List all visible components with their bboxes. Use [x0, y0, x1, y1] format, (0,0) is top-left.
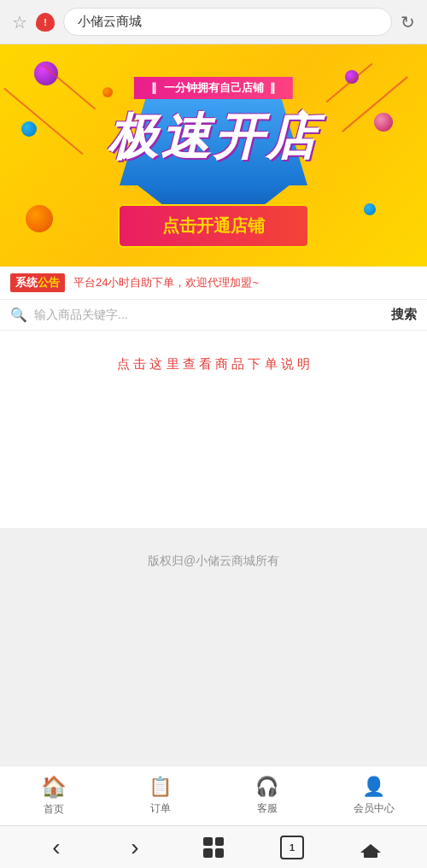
browser-bar: ☆ ! 小储云商城 ↻ — [0, 0, 427, 44]
deco-ball-3 — [26, 205, 53, 232]
nav-home-label: 首页 — [44, 802, 64, 817]
nav-member[interactable]: 👤 会员中心 — [320, 766, 427, 825]
spacer — [0, 595, 427, 765]
deco-ball-5 — [374, 113, 393, 132]
search-icon: 🔍 — [10, 307, 27, 323]
url-bar[interactable]: 小储云商城 — [63, 8, 392, 36]
banner: 一分钟拥有自己店铺 极速开店 点击开通店铺 — [0, 44, 427, 267]
security-shield-icon: ! — [36, 13, 55, 32]
bottom-nav: 🏠 首页 📋 订单 🎧 客服 👤 会员中心 — [0, 765, 427, 825]
banner-title: 极速开店 — [108, 104, 319, 171]
deco-ball-4 — [345, 70, 359, 84]
nav-order-label: 订单 — [150, 801, 171, 816]
nav-service-label: 客服 — [257, 801, 278, 816]
forward-button[interactable]: › — [96, 834, 174, 861]
notice-text: 平台24小时自助下单，欢迎代理加盟~ — [73, 275, 417, 290]
deco-ball-2 — [21, 121, 37, 137]
order-instructions-link[interactable]: 点 击 这 里 查 看 商 品 下 单 说 明 — [14, 348, 413, 381]
copyright-text: 版权归@小储云商城所有 — [14, 554, 413, 569]
banner-cta-button[interactable]: 点击开通店铺 — [118, 204, 309, 248]
deco-ball-1 — [34, 62, 58, 85]
banner-ribbon: 一分钟拥有自己店铺 — [134, 77, 293, 99]
notice-bar: 系统公告 平台24小时自助下单，欢迎代理加盟~ — [0, 267, 427, 300]
back-button[interactable]: ‹ — [17, 834, 96, 861]
bookmark-icon[interactable]: ☆ — [12, 12, 27, 32]
tab-count-icon: 1 — [280, 836, 304, 859]
home-icon: 🏠 — [41, 775, 67, 799]
nav-order[interactable]: 📋 订单 — [107, 766, 214, 825]
search-button[interactable]: 搜索 — [391, 307, 417, 323]
nav-member-label: 会员中心 — [354, 801, 395, 816]
deco-ball-6 — [364, 203, 376, 215]
nav-home[interactable]: 🏠 首页 — [0, 766, 107, 825]
home-browser-icon — [360, 837, 381, 858]
member-icon: 👤 — [362, 776, 385, 798]
notice-tag: 系统公告 — [10, 273, 65, 292]
deco-ball-7 — [102, 87, 113, 97]
home-button[interactable] — [331, 837, 410, 858]
order-icon: 📋 — [149, 776, 172, 798]
content-area: 点 击 这 里 查 看 商 品 下 单 说 明 — [0, 331, 427, 528]
grid-menu-button[interactable] — [174, 837, 253, 858]
system-bar: ‹ › 1 — [0, 825, 427, 868]
nav-service[interactable]: 🎧 客服 — [214, 766, 320, 825]
search-input[interactable]: 输入商品关键字... — [34, 308, 384, 323]
service-icon: 🎧 — [255, 776, 278, 798]
search-bar: 🔍 输入商品关键字... 搜索 — [0, 300, 427, 331]
grid-icon — [203, 837, 224, 858]
copyright-area: 版权归@小储云商城所有 — [0, 528, 427, 595]
refresh-icon[interactable]: ↻ — [401, 12, 415, 32]
tab-count-button[interactable]: 1 — [253, 836, 331, 859]
